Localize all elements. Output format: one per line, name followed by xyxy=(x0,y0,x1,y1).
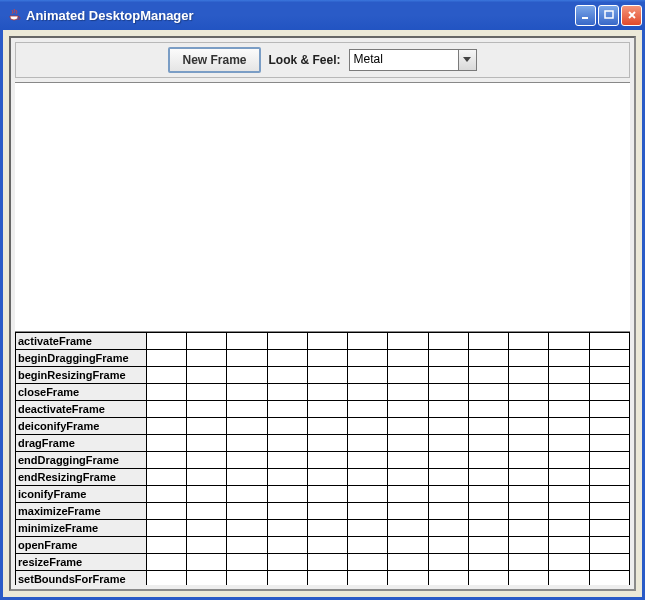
chevron-down-icon[interactable] xyxy=(459,49,477,71)
table-cell xyxy=(267,333,307,350)
look-feel-combo[interactable]: Metal xyxy=(349,49,477,71)
table-cell xyxy=(468,537,508,554)
table-cell xyxy=(307,554,347,571)
table-cell xyxy=(307,350,347,367)
table-cell xyxy=(428,401,468,418)
table-cell xyxy=(388,418,428,435)
table-cell xyxy=(146,469,186,486)
table-cell xyxy=(267,537,307,554)
table-cell xyxy=(267,367,307,384)
table-cell xyxy=(428,452,468,469)
table-cell xyxy=(267,520,307,537)
toolbar: New Frame Look & Feel: Metal xyxy=(15,42,630,78)
table-cell xyxy=(227,384,267,401)
table-cell xyxy=(549,367,589,384)
table-cell xyxy=(509,452,549,469)
table-row: endDraggingFrame xyxy=(16,452,630,469)
window-controls xyxy=(575,5,642,26)
table-cell xyxy=(549,401,589,418)
table-row: minimizeFrame xyxy=(16,520,630,537)
desktop-pane[interactable] xyxy=(15,82,630,331)
table-cell xyxy=(468,503,508,520)
table-cell xyxy=(388,469,428,486)
table-cell xyxy=(348,333,388,350)
row-header: deactivateFrame xyxy=(16,401,147,418)
table-cell xyxy=(388,452,428,469)
table-cell xyxy=(227,333,267,350)
table-cell xyxy=(468,571,508,586)
table-row: dragFrame xyxy=(16,435,630,452)
table-cell xyxy=(187,418,227,435)
table-cell xyxy=(589,486,629,503)
table-cell xyxy=(428,554,468,571)
table-row: activateFrame xyxy=(16,333,630,350)
table-cell xyxy=(227,571,267,586)
new-frame-button[interactable]: New Frame xyxy=(168,47,260,73)
table-cell xyxy=(509,418,549,435)
table-cell xyxy=(509,503,549,520)
table-cell xyxy=(187,503,227,520)
table-cell xyxy=(549,469,589,486)
table-cell xyxy=(187,367,227,384)
maximize-button[interactable] xyxy=(598,5,619,26)
row-header: closeFrame xyxy=(16,384,147,401)
table-cell xyxy=(146,503,186,520)
table-cell xyxy=(267,503,307,520)
table-cell xyxy=(146,401,186,418)
row-header: resizeFrame xyxy=(16,554,147,571)
table-cell xyxy=(589,401,629,418)
table-cell xyxy=(388,435,428,452)
table-row: endResizingFrame xyxy=(16,469,630,486)
look-feel-value[interactable]: Metal xyxy=(349,49,459,71)
table-cell xyxy=(348,452,388,469)
table-cell xyxy=(589,384,629,401)
table-cell xyxy=(146,350,186,367)
table-cell xyxy=(388,384,428,401)
content-pane: New Frame Look & Feel: Metal activateFra… xyxy=(9,36,636,591)
table-cell xyxy=(146,418,186,435)
table-cell xyxy=(187,350,227,367)
minimize-button[interactable] xyxy=(575,5,596,26)
table-cell xyxy=(388,333,428,350)
table-cell xyxy=(267,469,307,486)
table-cell xyxy=(388,367,428,384)
table-cell xyxy=(589,503,629,520)
table-cell xyxy=(388,401,428,418)
table-cell xyxy=(227,486,267,503)
table-cell xyxy=(146,537,186,554)
table-cell xyxy=(388,571,428,586)
table-cell xyxy=(509,333,549,350)
table-cell xyxy=(468,452,508,469)
close-button[interactable] xyxy=(621,5,642,26)
row-header: endResizingFrame xyxy=(16,469,147,486)
table-cell xyxy=(146,435,186,452)
table-cell xyxy=(267,452,307,469)
table-cell xyxy=(348,571,388,586)
table-cell xyxy=(549,384,589,401)
table-cell xyxy=(146,333,186,350)
table-cell xyxy=(307,367,347,384)
table-cell xyxy=(468,333,508,350)
table-cell xyxy=(187,520,227,537)
table-cell xyxy=(348,520,388,537)
table-cell xyxy=(227,367,267,384)
table-cell xyxy=(468,350,508,367)
table-cell xyxy=(307,401,347,418)
svg-rect-1 xyxy=(605,11,613,18)
table-cell xyxy=(307,418,347,435)
table-cell xyxy=(509,520,549,537)
table-cell xyxy=(348,537,388,554)
table-cell xyxy=(348,469,388,486)
row-header: maximizeFrame xyxy=(16,503,147,520)
table-row: resizeFrame xyxy=(16,554,630,571)
table-cell xyxy=(348,554,388,571)
table-cell xyxy=(428,367,468,384)
row-header: iconifyFrame xyxy=(16,486,147,503)
table-cell xyxy=(549,418,589,435)
table-cell xyxy=(187,435,227,452)
table-cell xyxy=(428,503,468,520)
table-cell xyxy=(348,384,388,401)
table-row: deiconifyFrame xyxy=(16,418,630,435)
table-cell xyxy=(267,350,307,367)
table-row: closeFrame xyxy=(16,384,630,401)
